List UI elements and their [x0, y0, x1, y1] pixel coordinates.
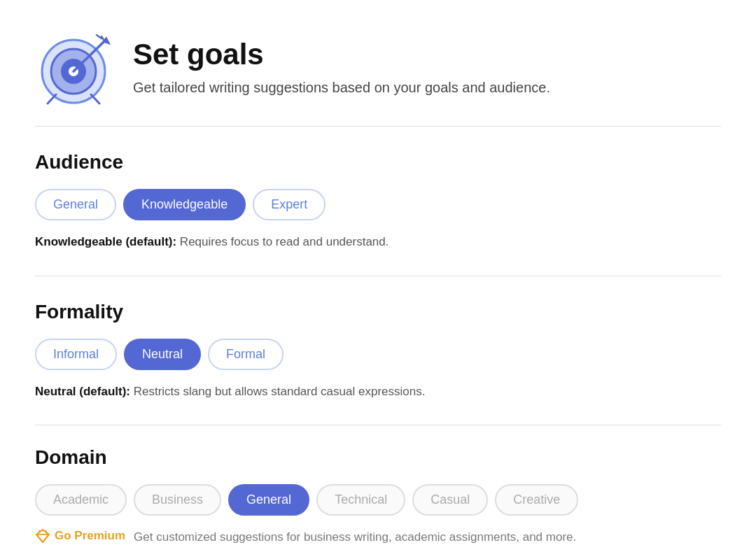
svg-marker-12 [36, 530, 49, 542]
premium-badge[interactable]: Go Premium [35, 528, 125, 544]
domain-button-group: Academic Business General Technical Casu… [35, 484, 721, 516]
premium-label: Go Premium [55, 529, 125, 543]
audience-section: Audience General Knowledgeable Expert Kn… [0, 127, 756, 276]
domain-label: Domain [35, 446, 721, 469]
formality-neutral-button[interactable]: Neutral [124, 339, 201, 370]
target-icon [35, 28, 112, 105]
domain-creative-button[interactable]: Creative [495, 484, 578, 516]
header-section: Set goals Get tailored writing suggestio… [0, 0, 756, 126]
audience-description-bold: Knowledgeable (default): [35, 235, 176, 248]
audience-knowledgeable-button[interactable]: Knowledgeable [123, 189, 246, 220]
formality-button-group: Informal Neutral Formal [35, 339, 721, 370]
svg-line-11 [91, 94, 99, 104]
formality-description-bold: Neutral (default): [35, 385, 130, 398]
header-text: Set goals Get tailored writing suggestio… [133, 38, 550, 96]
page-title: Set goals [133, 38, 550, 71]
formality-description-text: Restricts slang but allows standard casu… [130, 385, 425, 398]
audience-general-button[interactable]: General [35, 189, 116, 220]
audience-label: Audience [35, 151, 721, 174]
premium-row: Go Premium Get customized suggestions fo… [35, 528, 721, 545]
domain-general-button[interactable]: General [228, 484, 309, 516]
domain-section: Domain Academic Business General Technic… [0, 425, 756, 545]
audience-button-group: General Knowledgeable Expert [35, 189, 721, 220]
diamond-icon [35, 528, 50, 544]
page-subtitle: Get tailored writing suggestions based o… [133, 80, 550, 96]
domain-academic-button[interactable]: Academic [35, 484, 127, 516]
formality-section: Formality Informal Neutral Formal Neutra… [0, 276, 756, 425]
formality-description: Neutral (default): Restricts slang but a… [35, 383, 721, 401]
formality-formal-button[interactable]: Formal [208, 339, 284, 370]
audience-expert-button[interactable]: Expert [253, 189, 326, 220]
audience-description-text: Requires focus to read and understand. [176, 235, 388, 248]
page-container: Set goals Get tailored writing suggestio… [0, 0, 756, 545]
formality-label: Formality [35, 301, 721, 323]
premium-description: Get customized suggestions for business … [134, 528, 576, 545]
svg-line-10 [48, 94, 56, 104]
audience-description: Knowledgeable (default): Requires focus … [35, 233, 721, 251]
formality-informal-button[interactable]: Informal [35, 339, 117, 370]
domain-casual-button[interactable]: Casual [412, 484, 488, 516]
domain-business-button[interactable]: Business [134, 484, 221, 516]
domain-technical-button[interactable]: Technical [316, 484, 405, 516]
